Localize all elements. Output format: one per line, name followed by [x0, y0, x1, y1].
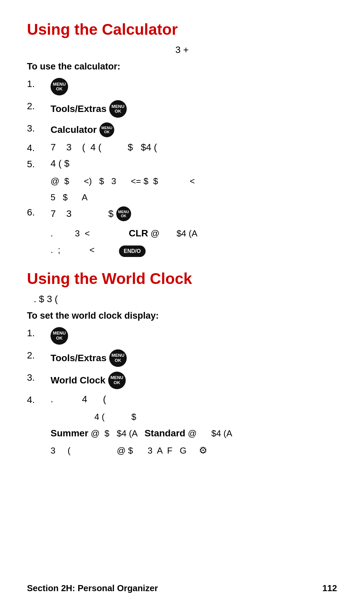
- step-4-body: 7 3 ( 4 ( $ $4 (: [51, 142, 337, 153]
- gear-icon: ⚙: [199, 445, 207, 456]
- wc-step-3-body: World Clock MENUOK: [51, 372, 337, 389]
- step-1-body: MENUOK: [51, 78, 337, 95]
- step-6-num: 6.: [27, 206, 51, 218]
- wc-step-3-num: 3.: [27, 372, 51, 383]
- step-3: 3. Calculator MENUOK: [27, 122, 337, 137]
- step-2: 2. Tools/Extras MENUOK: [27, 100, 337, 118]
- step-6-text: 7 3 $: [51, 208, 114, 219]
- step-1-num: 1.: [27, 78, 51, 89]
- step-5-body: 4 ( $: [51, 158, 337, 169]
- step-5-sub1: @ $ <) $ 3 <= $ $ <: [51, 174, 337, 189]
- menu-ok-icon-3: MENUOK: [99, 122, 114, 137]
- wc-step-4-sub3: 3 ( @ $ 3 A F G ⚙: [51, 443, 337, 458]
- step-5-sub2: 5 $ A: [51, 191, 337, 205]
- wc-step-2-body: Tools/Extras MENUOK: [51, 349, 337, 367]
- wc-step-4-text: . 4 (: [51, 394, 106, 405]
- step-6-sub2: . ; < END/O: [51, 243, 337, 257]
- menu-ok-icon-wc1: MENUOK: [51, 327, 68, 345]
- wc-step-4-body: . 4 (: [51, 394, 337, 405]
- step-1: 1. MENUOK: [27, 78, 337, 95]
- step-3-num: 3.: [27, 122, 51, 134]
- wc-step-4-sub1: 4 ( $: [94, 410, 337, 424]
- calculator-subtitle: 3 +: [27, 45, 337, 55]
- calculator-title: Using the Calculator: [27, 20, 337, 38]
- page-footer: Section 2H: Personal Organizer 112: [27, 583, 337, 594]
- step-3-body: Calculator MENUOK: [51, 122, 337, 137]
- calculator-steps: 1. MENUOK 2. Tools/Extras MENUOK 3. Calc…: [27, 78, 337, 257]
- footer-right: 112: [323, 583, 337, 594]
- wc-step-1-body: MENUOK: [51, 327, 337, 345]
- wc-step-2: 2. Tools/Extras MENUOK: [27, 349, 337, 367]
- world-clock-subtitle: . $ 3 (: [34, 294, 337, 305]
- world-clock-title: Using the World Clock: [27, 269, 337, 288]
- menu-ok-icon-wc2: MENUOK: [109, 349, 127, 367]
- wc-step-4: 4. . 4 (: [27, 394, 337, 405]
- calculator-intro: To use the calculator:: [27, 61, 337, 72]
- wc-step-2-num: 2.: [27, 349, 51, 361]
- wc-step-3: 3. World Clock MENUOK: [27, 372, 337, 389]
- step-2-body: Tools/Extras MENUOK: [51, 100, 337, 118]
- step-3-label: Calculator: [51, 124, 97, 135]
- calculator-section: Using the Calculator 3 + To use the calc…: [27, 20, 337, 257]
- wc-step-2-label: Tools/Extras: [51, 353, 107, 364]
- step-6-sub1: . 3 < CLR @ $4 (A: [51, 226, 337, 241]
- step-5-text: 4 ( $: [51, 158, 69, 169]
- wc-step-4-num: 4.: [27, 394, 51, 405]
- page-content: Using the Calculator 3 + To use the calc…: [0, 0, 364, 492]
- wc-step-1: 1. MENUOK: [27, 327, 337, 345]
- step-2-label: Tools/Extras: [51, 104, 107, 114]
- menu-ok-icon-wc3: MENUOK: [108, 372, 126, 389]
- step-6-body: 7 3 $ MENUOK: [51, 206, 337, 221]
- menu-ok-icon-2: MENUOK: [109, 100, 127, 118]
- world-clock-intro: To set the world clock display:: [27, 311, 337, 321]
- wc-step-1-num: 1.: [27, 327, 51, 339]
- wc-step-3-label: World Clock: [51, 375, 105, 386]
- step-5: 5. 4 ( $: [27, 158, 337, 170]
- step-4-num: 4.: [27, 142, 51, 153]
- end-btn: END/O: [119, 245, 146, 257]
- step-6: 6. 7 3 $ MENUOK: [27, 206, 337, 221]
- world-clock-section: Using the World Clock . $ 3 ( To set the…: [27, 269, 337, 458]
- step-4: 4. 7 3 ( 4 ( $ $4 (: [27, 142, 337, 153]
- wc-step-4-sub2: Summer @ $ $4 (A Standard @ $4 (A: [51, 426, 337, 441]
- step-5-num: 5.: [27, 158, 51, 170]
- step-2-num: 2.: [27, 100, 51, 112]
- footer-left: Section 2H: Personal Organizer: [27, 583, 158, 594]
- menu-ok-icon-6: MENUOK: [116, 206, 131, 221]
- step-4-text: 7 3 ( 4 ( $ $4 (: [51, 142, 157, 153]
- world-clock-steps: 1. MENUOK 2. Tools/Extras MENUOK 3. Worl…: [27, 327, 337, 458]
- menu-ok-icon-1: MENUOK: [51, 78, 68, 95]
